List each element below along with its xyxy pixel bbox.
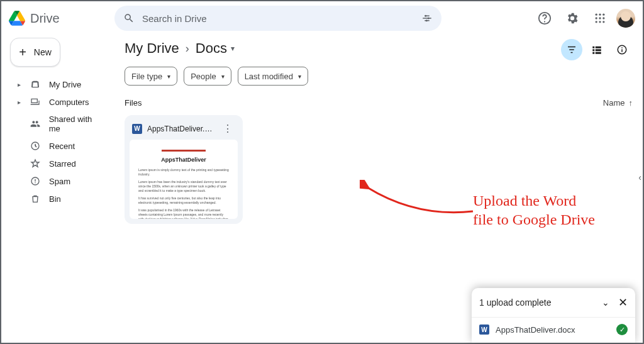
chip-label: Last modified: [245, 72, 293, 81]
sidebar-item-label: Shared with me: [49, 114, 103, 133]
sidebar-item-my-drive[interactable]: ▸ My Drive: [10, 75, 109, 93]
svg-point-8: [602, 17, 604, 19]
sidebar-item-bin[interactable]: Bin: [10, 190, 109, 208]
svg-point-0: [425, 15, 426, 17]
close-icon[interactable]: ✕: [618, 296, 628, 309]
view-actions: [561, 39, 633, 60]
caret-down-icon: ▾: [167, 73, 170, 80]
sort-button[interactable]: Name ↑: [603, 98, 633, 108]
chevron-right-icon: ▸: [16, 81, 21, 88]
thumb-title: AppsThatDeliver: [138, 157, 229, 163]
sidebar-item-label: My Drive: [49, 80, 81, 89]
caret-down-icon: ▾: [221, 73, 225, 80]
sidebar-item-label: Recent: [49, 141, 75, 151]
help-icon[interactable]: [533, 7, 556, 30]
breadcrumb: My Drive › Docs ▾: [125, 40, 633, 57]
list-view-button[interactable]: [586, 39, 608, 60]
apps-icon[interactable]: [589, 7, 611, 30]
svg-point-10: [599, 21, 601, 23]
search-input[interactable]: [142, 13, 414, 24]
files-section-label: Files: [125, 98, 142, 108]
chip-file-type[interactable]: File type▾: [125, 67, 177, 86]
sidebar-item-spam[interactable]: Spam: [10, 172, 109, 190]
app-name: Drive: [30, 11, 60, 26]
sidebar-item-shared[interactable]: Shared with me: [10, 111, 109, 137]
sidebar-item-label: Computers: [49, 97, 89, 107]
word-file-icon: W: [479, 325, 489, 335]
chip-people[interactable]: People▾: [184, 67, 231, 86]
chevron-right-icon: ▸: [16, 99, 21, 106]
arrow-up-icon: ↑: [629, 98, 633, 108]
svg-point-2: [426, 19, 428, 21]
file-name: AppsThatDeliver.docx: [147, 125, 215, 133]
svg-point-4: [599, 14, 601, 16]
search-bar[interactable]: [114, 6, 441, 31]
sidebar-item-label: Spam: [49, 177, 70, 186]
drive-icon: [30, 79, 40, 89]
breadcrumb-root[interactable]: My Drive: [125, 40, 179, 57]
filter-view-button[interactable]: [561, 39, 582, 60]
upload-toast: 1 upload complete ⌄ ✕ W AppsThatDeliver.…: [472, 288, 635, 343]
svg-point-6: [596, 17, 597, 19]
sort-label: Name: [603, 98, 625, 108]
search-icon: [123, 13, 135, 24]
breadcrumb-current[interactable]: Docs ▾: [196, 40, 235, 57]
new-button[interactable]: + New: [10, 38, 60, 67]
search-options-icon[interactable]: [421, 13, 433, 24]
upload-item[interactable]: W AppsThatDeliver.docx ✓: [472, 317, 635, 343]
word-file-icon: W: [132, 124, 142, 134]
svg-point-3: [596, 14, 597, 16]
svg-point-7: [599, 17, 601, 19]
sidebar-item-recent[interactable]: Recent: [10, 137, 109, 155]
spam-icon: [30, 176, 40, 186]
annotation-text: Upload the Word file to Google Drive: [473, 191, 595, 229]
more-icon[interactable]: ⋮: [220, 123, 235, 135]
file-card[interactable]: W AppsThatDeliver.docx ⋮ AppsThatDeliver…: [125, 115, 243, 224]
collapse-icon[interactable]: ⌄: [602, 297, 609, 308]
sidebar-item-starred[interactable]: Starred: [10, 155, 109, 172]
caret-down-icon: ▾: [231, 44, 235, 53]
upload-item-name: AppsThatDeliver.docx: [496, 325, 610, 335]
svg-point-11: [602, 21, 604, 23]
chevron-right-icon: ›: [186, 42, 189, 55]
upload-status: 1 upload complete: [479, 297, 551, 308]
chip-last-modified[interactable]: Last modified▾: [238, 67, 308, 86]
header: Drive: [1, 1, 643, 35]
caret-down-icon: ▾: [298, 73, 301, 80]
header-actions: [533, 7, 635, 30]
sidebar-item-computers[interactable]: ▸ Computers: [10, 93, 109, 111]
svg-point-1: [428, 18, 430, 19]
sidebar-item-label: Bin: [49, 194, 61, 204]
trash-icon: [30, 194, 40, 204]
success-check-icon: ✓: [616, 324, 628, 335]
breadcrumb-current-label: Docs: [196, 40, 227, 57]
logo[interactable]: Drive: [9, 11, 109, 26]
star-icon: [30, 158, 40, 169]
sidebar-item-label: Starred: [49, 159, 76, 169]
new-button-label: New: [34, 47, 52, 57]
chip-label: People: [191, 72, 216, 81]
details-button[interactable]: [611, 39, 633, 60]
chip-label: File type: [131, 72, 162, 81]
settings-icon[interactable]: [561, 7, 584, 30]
sidebar: + New ▸ My Drive ▸ Computers Shared with…: [1, 35, 114, 343]
people-icon: [30, 119, 40, 129]
clock-icon: [30, 141, 40, 151]
svg-point-5: [602, 14, 604, 16]
computers-icon: [30, 97, 40, 107]
filter-chips: File type▾ People▾ Last modified▾: [125, 67, 633, 86]
side-panel-toggle[interactable]: ‹: [638, 172, 641, 182]
account-avatar[interactable]: [616, 9, 635, 28]
drive-logo-icon: [9, 11, 25, 26]
svg-point-9: [596, 21, 597, 23]
file-thumbnail: AppsThatDeliver Lorem ipsum is simply du…: [130, 140, 238, 219]
